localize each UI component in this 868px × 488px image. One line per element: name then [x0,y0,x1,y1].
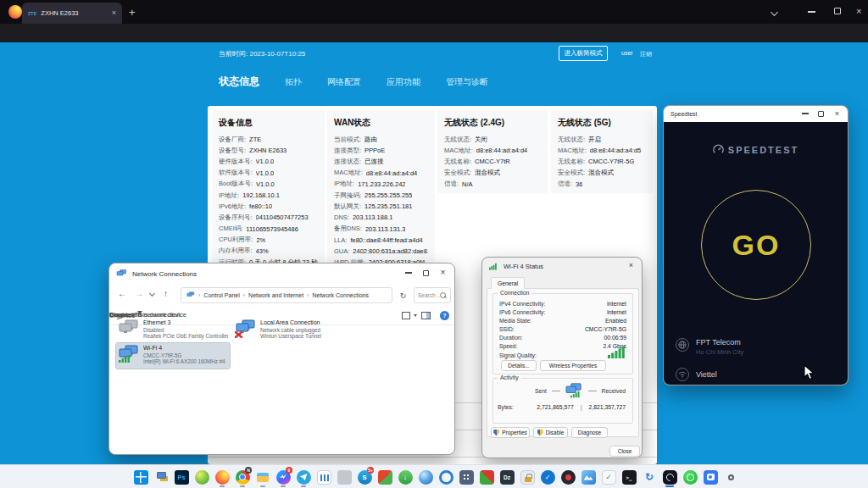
taskbar-icon-idm[interactable]: ↓ [397,467,414,487]
info-row: 信道:36 [558,179,646,190]
browser-tab[interactable]: ZTE ZXHN E2633 × [22,3,122,24]
taskbar-icon-task-manager[interactable] [315,467,332,487]
speedtest-maximize-icon[interactable] [812,105,830,123]
info-row: 设备型号:ZXHN E2633 [219,145,318,156]
taskbar-icon-skype[interactable]: S 5+ [356,467,373,487]
tab-close-icon[interactable]: × [112,9,116,17]
window-close-icon[interactable]: × [856,6,861,16]
info-row: 设备厂商:ZTE [219,134,318,145]
taskbar-icon-flag-app[interactable] [478,467,495,487]
diagnose-button[interactable]: Diagnose [571,427,608,438]
panel-title: 无线状态 (2.4G) [444,117,541,129]
browser-tab-strip: ZTE ZXHN E2633 × + × [0,0,868,24]
speedtest-logo: SPEEDTEST [664,144,848,155]
globe-icon [676,338,689,352]
router-nav-tab[interactable]: 拓扑 [285,76,302,88]
taskbar-icon-red-green-app[interactable] [376,467,393,487]
tab-general[interactable]: General [491,277,525,289]
info-row: 信道:N/A [444,179,541,190]
router-nav-tabs: 状态信息 拓扑 网络配置 应用功能 管理与诊断 [219,75,488,89]
taskbar-icon-photoshop[interactable]: Ps [173,467,190,487]
taskbar-icon-photos[interactable] [580,467,597,487]
properties-button[interactable]: Properties [491,427,530,438]
wifi-dialog-close-icon[interactable]: × [622,256,640,274]
firefox-logo-icon[interactable] [8,5,22,19]
panel-title: 无线状态 (5G) [558,117,646,129]
speedtest-body: SPEEDTEST GO FPT Telecom Ho Chi Minh Cit… [664,122,848,385]
window-restore-icon[interactable] [834,8,841,14]
bytes-sent-value: 2,721,865,577 [537,404,573,410]
window-minimize-icon[interactable] [808,11,815,13]
browser-nav-bar: ← → ↻ 192.168.10.1 ☆ ● [0,24,868,42]
taskbar-icon-camera-app[interactable] [702,467,719,487]
bytes-received-value: 2,821,357,727 [589,404,626,410]
taskbar-icon-blue-globe-app[interactable] [417,467,434,487]
taskbar-icon-recorder[interactable] [559,467,576,487]
speedtest-close-icon[interactable]: × [828,105,846,123]
simple-mode-button[interactable]: 进入极简模式 [559,46,608,61]
status-row: IPv4 Connectivity:Internet [499,299,626,308]
taskbar-icon-firefox[interactable] [214,467,231,487]
status-row: IPv6 Connectivity:Internet [499,308,626,316]
wireless-properties-button[interactable]: Wireless Properties [540,360,606,371]
connection-status: Disabled [143,327,228,334]
taskbar-icon-editor[interactable]: ✓ [600,467,617,487]
taskbar-icon-explorer[interactable] [254,467,271,487]
info-row: CPU利用率:2% [219,235,318,246]
tab-title: ZXHN E2633 [41,9,107,17]
bytes-separator: | [581,404,582,410]
taskbar-icon-shield-app[interactable]: ✓ [539,467,556,487]
activity-computer-icon [565,383,583,398]
taskbar-icon-whatsapp[interactable] [682,467,698,487]
taskbar-icon-chrome[interactable]: N [234,467,251,487]
connection-device: Intel(R) Wi-Fi 6 AX200 160MHz #4 [143,358,225,365]
details-button[interactable]: Details... [501,360,537,371]
speedtest-window-title: Speedtest [670,111,698,117]
status-row: Media State:Enabled [499,316,626,324]
info-row: 硬件版本号:V1.0.0 [219,156,318,167]
current-time-label: 当前时间: 2023-10-07T10:25 [219,49,305,58]
taskbar-icon-telegram[interactable] [295,467,312,487]
taskbar-icon-sync[interactable]: ↻ [641,467,658,487]
taskbar-icon-start[interactable] [132,467,149,487]
server-row[interactable]: Viettel [676,368,717,381]
taskbar-icon-blue-ring-app[interactable] [437,467,454,487]
server-name: Viettel [696,370,717,379]
connection-item-ethernet-3[interactable]: Ethernet 3 Disabled Realtek PCIe GbE Fam… [116,318,230,343]
isp-name: FPT Telecom [696,338,743,347]
logout-link[interactable]: 注销 [640,50,652,58]
connection-item-local-area[interactable]: Local Area Connection Network cable unpl… [233,318,347,343]
taskbar-icon-network-tool[interactable] [153,467,170,487]
router-nav-tab[interactable]: 管理与诊断 [446,76,488,88]
isp-row[interactable]: FPT Telecom Ho Chi Minh City [676,338,743,356]
wifi-dialog-title-bar[interactable]: Wi-Fi 4 Status [482,258,642,274]
taskbar-icon-speedtest[interactable] [661,467,678,487]
info-row: CMEI码:111065573945486 [219,224,318,235]
connection-device: Wintun Userspace Tunnel [260,333,321,340]
tab-list-chevron-icon[interactable] [771,9,777,15]
info-row: IPv6地址:fe80::10 [219,201,318,212]
router-nav-tab[interactable]: 状态信息 [219,75,259,89]
mouse-cursor [804,364,815,380]
router-nav-tab[interactable]: 应用功能 [387,76,420,88]
taskbar-icon-settings[interactable] [722,467,739,487]
taskbar-icon-messenger[interactable]: 9 [275,467,292,487]
router-nav-tab[interactable]: 网络配置 [327,76,361,88]
connection-item-wifi-4[interactable]: Wi-Fi 4 CMCC-Y7tR-5G Intel(R) Wi-Fi 6 AX… [116,343,230,369]
info-row: LLA:fe80::dae8:44ff:fead:a4d4 [334,235,428,246]
taskbar-icon-calculator[interactable] [458,467,475,487]
disable-button[interactable]: Disable [533,427,568,438]
taskbar-icon-gray-app[interactable] [336,467,353,487]
speedtest-minimize-icon[interactable] [796,105,814,123]
user-label: user [621,50,633,56]
new-tab-button[interactable]: + [129,6,136,19]
taskbar-icon-lock-app[interactable] [519,467,536,487]
taskbar-icon-green-app[interactable] [193,467,210,487]
taskbar-icon-terminal[interactable]: >_ [620,467,637,487]
info-row: 连接状态:已连接 [334,156,428,167]
go-button[interactable]: GO [701,190,811,300]
taskbar-icon-dz-app[interactable]: Dz [498,467,515,487]
go-label: GO [732,229,781,262]
bytes-label: Bytes: [498,404,530,410]
close-button[interactable]: Close [609,446,640,457]
